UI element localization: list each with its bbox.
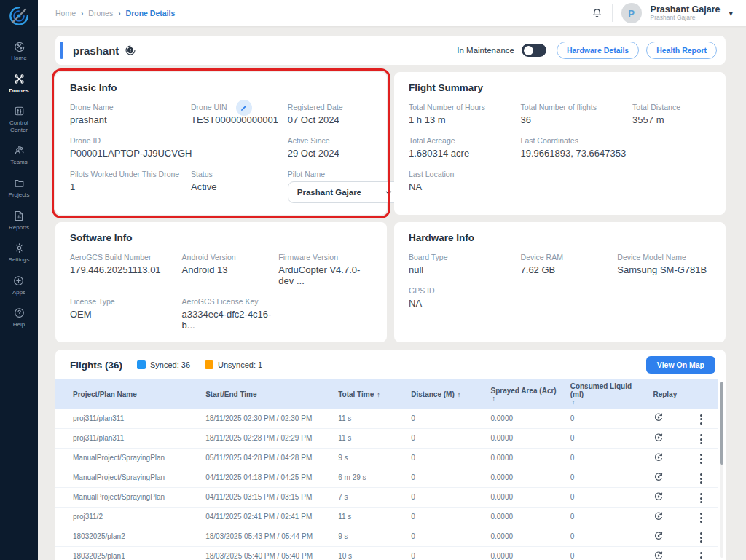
hardware-info-card: Hardware Info Board Type null Device RAM…: [394, 222, 726, 342]
row-menu-kebab-icon[interactable]: [696, 451, 706, 466]
hardware-info-title: Hardware Info: [409, 232, 711, 243]
cell-distance: 0: [407, 448, 486, 468]
cell-plan: proj311/plan311: [55, 428, 201, 448]
sidebar-item-settings[interactable]: Settings: [9, 242, 30, 264]
pencil-icon: [240, 103, 248, 112]
cell-time: 04/11/2025 02:41 PM / 02:41 PM: [201, 507, 334, 527]
cell-distance: 0: [407, 487, 486, 507]
user-menu-caret-icon[interactable]: ▾: [729, 9, 733, 18]
view-on-map-button[interactable]: View On Map: [646, 356, 715, 374]
row-menu-kebab-icon[interactable]: [696, 412, 706, 427]
cell-sprayed: 0.0000: [486, 487, 565, 507]
flights-title: Flights (36): [70, 360, 122, 371]
cell-consumed: 0: [566, 546, 649, 560]
cell-time: 18/11/2025 02:30 PM / 02:30 PM: [201, 409, 334, 428]
cell-sprayed: 0.0000: [486, 507, 565, 527]
row-menu-kebab-icon[interactable]: [696, 432, 706, 446]
replay-button[interactable]: [653, 550, 664, 560]
cell-replay: [648, 448, 691, 468]
notification-bell-icon[interactable]: [591, 7, 603, 20]
replay-button[interactable]: [653, 471, 664, 483]
flight-row: proj311/plan31118/11/2025 02:30 PM / 02:…: [55, 409, 718, 428]
sidebar-item-apps[interactable]: Apps: [12, 275, 25, 296]
home-icon: [13, 40, 25, 52]
replay-button[interactable]: [653, 432, 664, 443]
pilot-name-select[interactable]: Prashant Gajare: [288, 181, 401, 203]
health-report-button[interactable]: Health Report: [646, 42, 717, 59]
flights-card: Flights (36) Synced: 36 Unsynced: 1 View…: [55, 350, 726, 560]
sidebar-item-projects[interactable]: Projects: [9, 177, 30, 199]
row-menu-kebab-icon[interactable]: [696, 550, 706, 560]
cell-consumed: 0: [566, 507, 649, 527]
replay-button[interactable]: [653, 451, 664, 463]
field-active-since: Active Since 29 Oct 2024: [288, 136, 372, 159]
row-menu-kebab-icon[interactable]: [696, 530, 706, 545]
breadcrumb-drone-details: Drone Details: [126, 9, 176, 17]
sidebar-item-drones[interactable]: Drones: [9, 73, 29, 95]
teams-icon: [13, 144, 25, 157]
cell-plan: ManualProject/SprayingPlan: [55, 468, 201, 487]
drone-info-icon[interactable]: [125, 44, 136, 56]
cell-total_time: 7 s: [334, 487, 407, 507]
column-header-distance[interactable]: Distance (M)↑: [407, 379, 486, 409]
breadcrumb-home[interactable]: Home: [55, 9, 76, 17]
field-last-location: Last Location NA: [409, 170, 521, 192]
field-build-number: AeroGCS Build Number 179.446.20251113.01: [70, 253, 182, 286]
scrollbar-thumb[interactable]: [720, 382, 723, 465]
breadcrumb: Home › Drones › Drone Details: [55, 9, 175, 17]
cell-replay: [648, 468, 691, 487]
in-maintenance-label: In Maintenance: [457, 46, 514, 55]
sidebar-item-help[interactable]: Help: [13, 307, 25, 328]
column-header-consumed[interactable]: Consumed Liquid (ml)↑: [566, 379, 649, 409]
unsynced-legend: Unsynced: 1: [205, 360, 262, 369]
field-device-ram: Device RAM 7.62 GB: [521, 253, 618, 275]
cell-time: 04/11/2025 03:15 PM / 03:15 PM: [201, 487, 334, 507]
cell-sprayed: 0.0000: [486, 546, 565, 560]
breadcrumb-drones[interactable]: Drones: [88, 9, 113, 17]
field-license-type: License Type OEM: [70, 297, 182, 331]
column-header-replay: Replay: [648, 379, 691, 409]
topbar: Home › Drones › Drone Details P Prashant…: [38, 0, 746, 26]
column-header-total_time[interactable]: Total Time↑: [334, 379, 407, 409]
replay-button[interactable]: [653, 411, 664, 423]
cell-time: 18/03/2025 05:43 PM / 05:44 PM: [201, 527, 334, 546]
avatar[interactable]: P: [621, 3, 642, 23]
sidebar-item-reports[interactable]: Reports: [9, 210, 29, 232]
cell-consumed: 0: [566, 448, 649, 468]
column-header-sprayed[interactable]: Sprayed Area (Acr)↑: [486, 379, 565, 409]
field-drone-name: Drone Name prashant: [70, 103, 191, 125]
sidebar-label: Help: [13, 321, 25, 328]
field-gps-id: GPS ID NA: [409, 286, 521, 309]
cell-consumed: 0: [566, 527, 649, 546]
replay-icon: [653, 451, 664, 463]
sidebar-label: Settings: [9, 256, 30, 264]
sidebar-item-teams[interactable]: Teams: [10, 144, 28, 166]
cell-consumed: 0: [566, 468, 649, 487]
maintenance-toggle[interactable]: [522, 44, 546, 57]
cell-consumed: 0: [566, 487, 649, 507]
cell-sprayed: 0.0000: [486, 527, 565, 546]
sidebar-item-control-center[interactable]: Control Center: [0, 105, 38, 133]
row-menu-kebab-icon[interactable]: [696, 471, 706, 486]
user-name: Prashant Gajare: [651, 4, 721, 15]
replay-button[interactable]: [653, 491, 664, 502]
hardware-details-button[interactable]: Hardware Details: [557, 42, 639, 59]
column-header-menu: [692, 379, 718, 409]
column-header-plan: Project/Plan Name: [55, 379, 201, 409]
cell-menu: [692, 468, 718, 487]
row-menu-kebab-icon[interactable]: [696, 491, 706, 505]
table-vertical-scrollbar[interactable]: [720, 382, 723, 558]
column-header-time: Start/End Time: [201, 379, 334, 409]
unsynced-color-swatch: [205, 360, 213, 369]
replay-icon: [653, 530, 664, 542]
cell-consumed: 0: [566, 409, 649, 428]
basic-info-card: Basic Info Drone Name prashant Drone UIN: [55, 72, 387, 215]
replay-button[interactable]: [653, 510, 664, 522]
cell-replay: [648, 487, 691, 507]
replay-button[interactable]: [653, 530, 664, 542]
drone-icon: [13, 73, 25, 85]
sidebar-item-home[interactable]: Home: [11, 40, 26, 62]
cell-distance: 0: [407, 507, 486, 527]
row-menu-kebab-icon[interactable]: [696, 510, 706, 525]
edit-uin-button[interactable]: [236, 100, 252, 116]
